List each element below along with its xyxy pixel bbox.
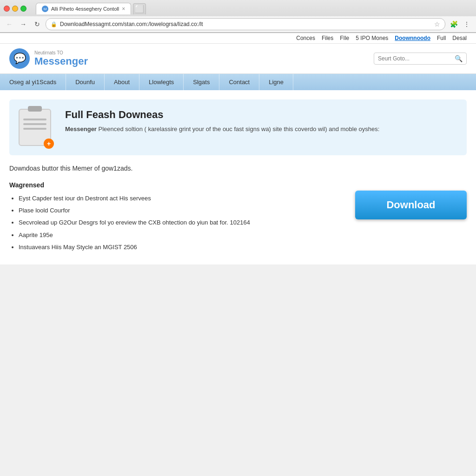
top-links-bar: Conces Files FIle 5 IPO Mones Doownnoodo… — [0, 33, 476, 44]
logo-text: Neutirnats TO Messenger — [34, 50, 88, 67]
tab-title: Alli Piheto 4esseghery Contoll — [51, 6, 119, 12]
list-item-3: Secvrolead up G2Our Desgrs fol yo erevie… — [19, 218, 346, 227]
banner-text: Full Feash Downeas Messenger Pleenced so… — [65, 109, 379, 134]
banner-desc-body: Pleenced soltion ( karelassire grint you… — [97, 126, 379, 132]
tab-close-button[interactable]: × — [122, 6, 125, 12]
site-header: 💬 Neutirnats TO Messenger 🔍 — [0, 44, 476, 74]
banner-brand: Messenger — [65, 126, 97, 132]
nav-item-ligne[interactable]: Ligne — [259, 74, 293, 90]
section-title: Wagrensed — [9, 181, 346, 189]
minimize-button[interactable] — [12, 6, 18, 12]
clipboard-line-1 — [23, 119, 46, 120]
navigation-bar: ← → ↻ 🔒 DownloadMessagmt.com/stan.com:/l… — [0, 16, 476, 33]
top-link-conces[interactable]: Conces — [296, 35, 315, 41]
nav-item-llowlegts[interactable]: Llowlegts — [139, 74, 184, 90]
ssl-icon: 🔒 — [51, 21, 57, 27]
url-display: DownloadMessagmt.com/stan.com:/lowelogrs… — [60, 21, 431, 27]
search-input[interactable] — [378, 55, 452, 62]
top-link-files[interactable]: Files — [322, 35, 333, 41]
forward-button[interactable]: → — [18, 19, 29, 30]
top-link-desal[interactable]: Desal — [452, 35, 467, 41]
body-text: Downdoas buttor this Memer of gow1zads. — [9, 165, 467, 172]
top-link-ipo[interactable]: 5 IPO Mones — [356, 35, 388, 41]
banner-title: Full Feash Downeas — [65, 109, 379, 121]
reload-button[interactable]: ↻ — [32, 19, 43, 30]
list-item-5: Instuavears Hiis May Stycle an MGIST 250… — [19, 243, 346, 251]
search-icon[interactable]: 🔍 — [455, 55, 463, 62]
clipboard-icon: + — [19, 109, 51, 146]
clipboard-plus-icon: + — [44, 139, 54, 149]
feature-banner: + Full Feash Downeas Messenger Pleenced … — [9, 99, 467, 155]
window-controls — [4, 6, 26, 12]
clipboard-line-3 — [23, 128, 46, 130]
top-link-file[interactable]: FIle — [340, 35, 349, 41]
tab-bar: M Alli Piheto 4esseghery Contoll × ⬜ — [32, 3, 150, 14]
top-link-download[interactable]: Doownnoodo — [395, 35, 430, 41]
banner-description: Messenger Pleenced soltion ( karelassire… — [65, 125, 379, 134]
clipboard-top — [28, 106, 42, 112]
top-link-full[interactable]: Full — [437, 35, 446, 41]
download-area: Download — [355, 181, 467, 219]
list-item-4: Aaprite 195e — [19, 231, 346, 239]
active-tab[interactable]: M Alli Piheto 4esseghery Contoll × — [36, 3, 131, 14]
content-section: Wagrensed Eyst Capder test iour dn Destr… — [9, 181, 467, 255]
nav-item-contact[interactable]: Contact — [219, 74, 259, 90]
extensions-icon[interactable]: 🧩 — [448, 19, 459, 30]
title-bar: M Alli Piheto 4esseghery Contoll × ⬜ — [0, 0, 476, 16]
browser-chrome: M Alli Piheto 4esseghery Contoll × ⬜ ← →… — [0, 0, 476, 33]
logo-title: Messenger — [34, 55, 88, 67]
toolbar-right: 🧩 ⋮ — [448, 19, 472, 30]
nav-item-slgats[interactable]: Slgats — [184, 74, 219, 90]
search-box[interactable]: 🔍 — [374, 53, 467, 65]
back-button[interactable]: ← — [4, 19, 15, 30]
logo-area: 💬 Neutirnats TO Messenger — [9, 48, 88, 69]
tab-favicon: M — [42, 6, 48, 12]
banner-icon-wrap: + — [19, 109, 56, 146]
maximize-button[interactable] — [20, 6, 26, 12]
download-button[interactable]: Download — [355, 191, 467, 219]
new-tab-button[interactable]: ⬜ — [133, 3, 146, 14]
nav-item-about[interactable]: About — [105, 74, 139, 90]
nav-item-oseg[interactable]: Oseg al yi1Scads — [0, 74, 66, 90]
nav-item-dounfu[interactable]: Dounfu — [66, 74, 105, 90]
nav-menu: Oseg al yi1Scads Dounfu About Llowlegts … — [0, 74, 476, 90]
main-content: + Full Feash Downeas Messenger Pleenced … — [0, 90, 476, 264]
logo-subtitle: Neutirnats TO — [34, 50, 88, 55]
address-bar[interactable]: 🔒 DownloadMessagmt.com/stan.com:/lowelog… — [46, 18, 445, 30]
logo-icon: 💬 — [9, 48, 30, 69]
list-section: Wagrensed Eyst Capder test iour dn Destr… — [9, 181, 346, 255]
list-item-1: Eyst Capder test iour dn Destront act Hi… — [19, 194, 346, 203]
menu-icon[interactable]: ⋮ — [461, 19, 472, 30]
clipboard-line-2 — [23, 123, 46, 125]
list-item-2: Plase loold Courfor — [19, 206, 346, 215]
bookmark-icon[interactable]: ☆ — [434, 20, 440, 28]
close-button[interactable] — [4, 6, 10, 12]
feature-list: Eyst Capder test iour dn Destront act Hi… — [9, 194, 346, 251]
